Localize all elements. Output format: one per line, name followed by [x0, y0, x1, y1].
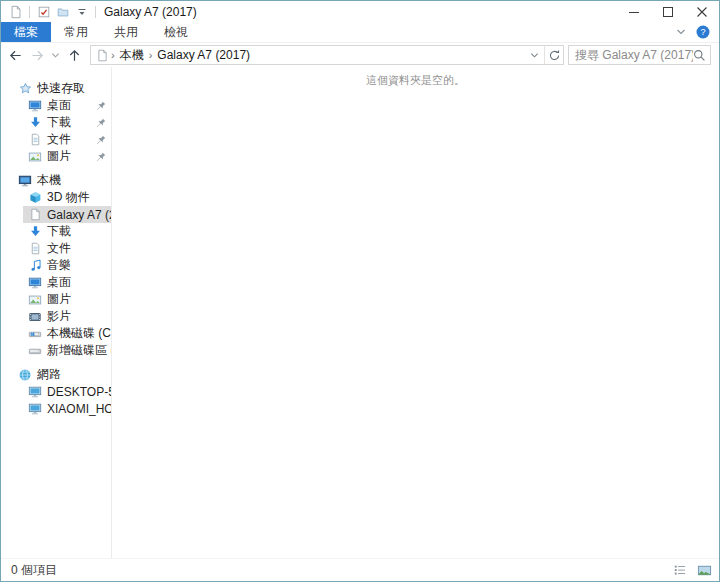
sidebar-item-galaxy-a7-2017[interactable]: Galaxy A7 (2017) — [1, 206, 111, 223]
breadcrumb-item-galaxy-a7-2017[interactable]: Galaxy A7 (2017) — [153, 48, 254, 62]
back-button[interactable] — [5, 45, 25, 65]
sidebar-item-desktop-5d6ulc[interactable]: DESKTOP-5D6ULC — [1, 383, 111, 400]
address-bar[interactable]: ›本機›Galaxy A7 (2017) — [90, 45, 564, 65]
device-icon — [28, 208, 42, 222]
sidebar-item-label: 本機 — [37, 172, 61, 189]
search-icon[interactable] — [693, 49, 706, 62]
close-button[interactable] — [685, 1, 719, 22]
sidebar-item-label: 圖片 — [47, 148, 71, 165]
arrow-right-icon — [30, 48, 45, 63]
chevron-down-icon — [51, 51, 60, 60]
pin-icon[interactable] — [94, 133, 107, 146]
sidebar-item-label: 圖片 — [47, 291, 71, 308]
star-icon — [18, 82, 32, 96]
arrow-left-icon — [8, 48, 23, 63]
breadcrumb-item-this-pc[interactable]: 本機 — [116, 47, 148, 64]
sidebar-item-label: 快速存取 — [37, 80, 85, 97]
ribbon-tab-file[interactable]: 檔案 — [1, 22, 51, 42]
properties-icon[interactable] — [36, 4, 51, 19]
sidebar-item-downloads[interactable]: 下載 — [1, 114, 111, 131]
help-button[interactable]: ? — [695, 24, 711, 40]
sidebar-item-pictures[interactable]: 圖片 — [1, 148, 111, 165]
refresh-icon — [548, 49, 561, 62]
customize-toolbar-icon[interactable] — [74, 4, 89, 19]
drive-c-icon — [28, 327, 42, 341]
details-view-button[interactable] — [669, 561, 691, 580]
pin-icon[interactable] — [94, 99, 107, 112]
pin-icon[interactable] — [94, 116, 107, 129]
cube-icon — [28, 191, 42, 205]
sidebar-section-network: 網路DESKTOP-5D6ULCXIAOMI_HOME — [1, 366, 111, 417]
expand-ribbon-button[interactable] — [673, 24, 689, 40]
sidebar-item-label: 文件 — [47, 240, 71, 257]
close-icon — [697, 7, 707, 17]
forward-button[interactable] — [27, 45, 47, 65]
minimize-button[interactable] — [617, 1, 651, 22]
picture-icon — [28, 293, 42, 307]
thumbnail-view-button[interactable] — [693, 561, 715, 580]
document-icon — [28, 133, 42, 147]
quick-access-toolbar — [1, 4, 98, 19]
remote-pc-icon — [28, 402, 42, 416]
sidebar-item-documents[interactable]: 文件 — [1, 240, 111, 257]
sidebar-item-label: 文件 — [47, 131, 71, 148]
sidebar-item-desktop[interactable]: 桌面 — [1, 274, 111, 291]
details-view-icon — [673, 563, 687, 577]
minimize-icon — [629, 7, 639, 17]
sidebar-item-downloads[interactable]: 下載 — [1, 223, 111, 240]
pc-icon — [18, 174, 32, 188]
address-dropdown-button[interactable] — [525, 46, 544, 64]
folder-content-area[interactable]: 這個資料夾是空的。 — [112, 67, 719, 558]
search-box — [568, 45, 711, 65]
sidebar-item-local-disk-c[interactable]: 本機磁碟 (C:) — [1, 325, 111, 342]
sidebar-item-quick-access[interactable]: 快速存取 — [1, 80, 111, 97]
file-explorer-window: Galaxy A7 (2017) 檔案常用共用檢視 ? — [0, 0, 720, 582]
sidebar-item-label: 下載 — [47, 114, 71, 131]
search-input[interactable] — [575, 48, 693, 62]
sidebar-item-label: 3D 物件 — [47, 189, 90, 206]
sidebar-item-label: 影片 — [47, 308, 71, 325]
pin-icon[interactable] — [94, 150, 107, 163]
sidebar-item-label: 桌面 — [47, 97, 71, 114]
sidebar-item-network[interactable]: 網路 — [1, 366, 111, 383]
new-folder-icon[interactable] — [55, 4, 70, 19]
sidebar-item-label: Galaxy A7 (2017) — [47, 208, 111, 222]
ribbon-tab-tools: ? — [673, 22, 719, 42]
main-area: 快速存取桌面下載文件圖片本機3D 物件Galaxy A7 (2017)下載文件音… — [1, 67, 719, 558]
arrow-up-icon — [67, 48, 82, 63]
sidebar-item-pictures[interactable]: 圖片 — [1, 291, 111, 308]
sidebar-item-label: 下載 — [47, 223, 71, 240]
ribbon-tab-home[interactable]: 常用 — [51, 22, 101, 42]
sidebar-section-this-pc: 本機3D 物件Galaxy A7 (2017)下載文件音樂桌面圖片影片本機磁碟 … — [1, 172, 111, 359]
recent-locations-button[interactable] — [49, 45, 62, 65]
sidebar-item-new-volume-d[interactable]: 新增磁碟區 (D:) — [1, 342, 111, 359]
sidebar-item-label: 桌面 — [47, 274, 71, 291]
sidebar-item-videos[interactable]: 影片 — [1, 308, 111, 325]
sidebar-item-desktop[interactable]: 桌面 — [1, 97, 111, 114]
maximize-button[interactable] — [651, 1, 685, 22]
help-icon: ? — [696, 25, 710, 39]
ribbon-tab-share[interactable]: 共用 — [101, 22, 151, 42]
empty-folder-message: 這個資料夾是空的。 — [112, 73, 719, 88]
view-toggle-group — [669, 561, 715, 580]
up-button[interactable] — [64, 45, 84, 65]
svg-text:?: ? — [700, 27, 705, 37]
window-title: Galaxy A7 (2017) — [104, 5, 197, 19]
toolbar-separator — [29, 6, 30, 18]
refresh-button[interactable] — [544, 46, 563, 64]
address-bar-tools — [525, 46, 563, 64]
sidebar-item-this-pc[interactable]: 本機 — [1, 172, 111, 189]
status-bar: 0 個項目 — [1, 558, 719, 581]
sidebar-item-label: 本機磁碟 (C:) — [47, 325, 111, 342]
navigation-pane: 快速存取桌面下載文件圖片本機3D 物件Galaxy A7 (2017)下載文件音… — [1, 67, 112, 558]
ribbon-tab-view[interactable]: 檢視 — [151, 22, 201, 42]
sidebar-item-label: 新增磁碟區 (D:) — [47, 342, 111, 359]
sidebar-item-label: 音樂 — [47, 257, 71, 274]
sidebar-item-music[interactable]: 音樂 — [1, 257, 111, 274]
sidebar-item-documents[interactable]: 文件 — [1, 131, 111, 148]
network-icon — [18, 368, 32, 382]
sidebar-section-quick-access: 快速存取桌面下載文件圖片 — [1, 80, 111, 165]
sidebar-item-xiaomi-home[interactable]: XIAOMI_HOME — [1, 400, 111, 417]
sidebar-item-3d-objects[interactable]: 3D 物件 — [1, 189, 111, 206]
download-icon — [28, 116, 42, 130]
